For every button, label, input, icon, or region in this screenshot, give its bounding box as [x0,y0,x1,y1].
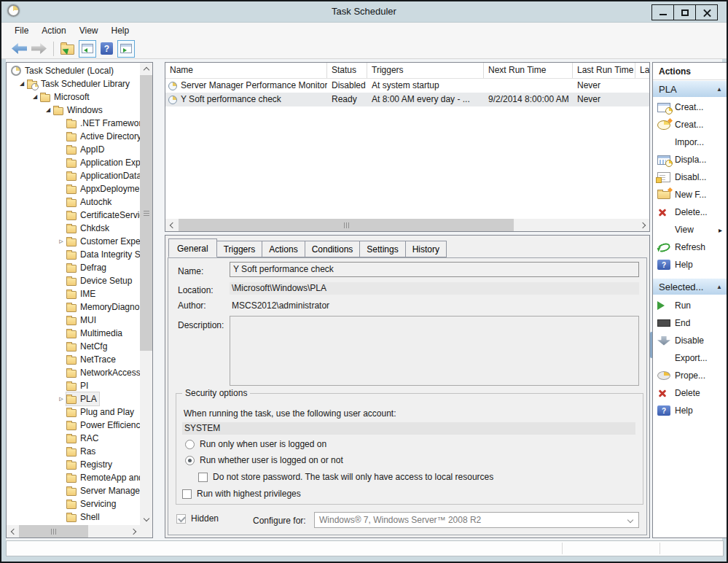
column-header-last-run-time[interactable]: Last Run Time [573,63,635,78]
radio-run-whether-logged-on-or-not[interactable] [185,456,195,465]
action-item[interactable]: Impor... ▸ [653,133,727,151]
action-item[interactable]: End ▸ [653,314,727,332]
tree-item[interactable]: NetworkAccess [7,366,140,379]
task-row[interactable]: Y Soft performance check Ready At 8:00 A… [165,93,649,106]
tree-item[interactable]: ApplicationData [7,169,140,182]
tab-actions[interactable]: Actions [262,241,305,257]
tree-item[interactable]: IME [7,287,140,300]
tree-item[interactable]: Server Manager [7,484,140,497]
description-field[interactable] [230,316,639,386]
tree-item[interactable]: PI [7,379,140,392]
expander-icon[interactable] [43,104,53,117]
action-item[interactable]: Help ▸ [653,402,727,419]
tree-item[interactable]: AppxDeployme [7,182,140,195]
action-item[interactable]: Help ▸ [653,256,727,273]
scroll-left-button[interactable] [7,525,19,537]
scroll-right-button[interactable] [128,525,140,537]
back-button[interactable] [12,43,27,54]
tree-item[interactable]: .NET Framewor [7,117,140,130]
tree-item[interactable]: RAC [7,432,140,445]
collapse-arrow-icon[interactable]: ▲ [716,86,722,93]
tree-item[interactable]: RemoteApp and [7,471,140,484]
tree-item[interactable]: PLA [7,392,140,405]
tree-item[interactable]: Autochk [7,195,140,209]
action-item[interactable]: Creat... ▸ [653,116,727,133]
section-header-pla[interactable]: PLA ▲ [653,81,727,97]
tree-item[interactable]: Multimedia [7,327,140,340]
tree-item[interactable]: AppID [7,143,140,156]
scrollbar-thumb[interactable] [19,525,88,537]
minimize-button[interactable] [651,4,674,20]
tree-item[interactable]: Shell [7,510,140,524]
action-item[interactable]: View ▸ [653,221,727,238]
checkbox-do-not-store-password[interactable] [198,473,208,482]
action-item[interactable]: Creat... ▸ [653,98,727,116]
scroll-up-button[interactable] [140,63,152,75]
configure-for-select[interactable]: Windows® 7, Windows Server™ 2008 R2 [314,512,639,528]
tree-item[interactable]: Registry [7,458,140,471]
action-item[interactable]: Run ▸ [653,297,727,314]
menu-view[interactable]: View [73,23,105,38]
tab-history[interactable]: History [405,241,447,257]
section-header-selected-item[interactable]: Selected... ▲ [653,279,727,295]
task-row[interactable]: Server Manager Performance Monitor Disab… [165,79,649,93]
tree-item[interactable]: NetTrace [7,353,140,366]
tree-item[interactable]: Servicing [7,497,140,510]
action-item[interactable]: Delete ▸ [653,384,727,402]
tree-item-windows[interactable]: Windows [7,104,140,117]
tree-item[interactable]: MUI [7,314,140,327]
scroll-left-button[interactable] [165,219,178,231]
show-console-tree-button[interactable] [60,44,74,55]
tree-item[interactable]: Device Setup [7,274,140,287]
column-header-status[interactable]: Status [327,63,367,78]
action-item[interactable]: Delete... ▸ [653,203,727,221]
tree-item[interactable]: Plug and Play [7,405,140,419]
tab-general[interactable]: General [168,238,217,257]
tree-item[interactable]: CertificateServic [7,209,140,222]
tree-item[interactable]: Application Exp [7,156,140,169]
action-item[interactable]: Displa... ▸ [653,151,727,168]
help-button[interactable]: ? [101,42,113,55]
tree-item[interactable]: Data Integrity S [7,248,140,261]
action-item[interactable]: Refresh ▸ [653,238,727,256]
tree-horizontal-scrollbar[interactable] [7,525,140,537]
scrollbar-thumb[interactable] [140,75,152,351]
tree-item[interactable]: MemoryDiagno [7,300,140,314]
column-header-last-run-result[interactable]: La [635,63,649,78]
task-list-horizontal-scrollbar[interactable] [165,219,649,231]
action-item[interactable]: Disabl... ▸ [653,168,727,186]
task-name-field[interactable]: Y Soft performance check [230,262,639,277]
action-item[interactable]: Export... ▸ [653,349,727,367]
expander-icon[interactable] [56,234,66,249]
tree-item[interactable]: Power Efficienc [7,419,140,432]
tree-item[interactable]: Customer Exper [7,235,140,248]
tree-item-root[interactable]: Task Scheduler (Local) [7,64,140,77]
column-header-next-run-time[interactable]: Next Run Time [484,63,573,78]
expander-icon[interactable] [56,392,66,406]
tree-item[interactable]: Defrag [7,261,140,274]
collapse-arrow-icon[interactable]: ▲ [716,284,722,290]
action-item[interactable]: Disable ▸ [653,332,727,349]
tab-conditions[interactable]: Conditions [305,241,361,257]
action-item[interactable]: New F... ▸ [653,186,727,203]
expander-icon[interactable] [30,90,40,104]
tab-settings[interactable]: Settings [359,241,405,257]
forward-button[interactable] [31,43,47,54]
show-hide-action-pane-toggle-button[interactable] [117,40,135,58]
tree-item[interactable]: Ras [7,445,140,458]
tree-item-library[interactable]: Task Scheduler Library [7,77,140,90]
action-item[interactable]: Prope... ▸ [653,367,727,384]
tree-item-microsoft[interactable]: Microsoft [7,90,140,104]
menu-action[interactable]: Action [35,23,72,38]
menu-file[interactable]: File [8,23,35,38]
radio-run-only-when-logged-on[interactable] [185,440,195,449]
column-header-triggers[interactable]: Triggers [367,63,484,78]
tree-item[interactable]: NetCfg [7,340,140,353]
scrollbar-thumb[interactable] [179,219,514,231]
scroll-down-button[interactable] [140,513,152,525]
checkbox-run-with-highest-privileges[interactable] [182,489,192,499]
column-header-name[interactable]: Name [165,63,327,78]
show-hide-tree-toggle-button[interactable] [79,40,96,58]
tab-triggers[interactable]: Triggers [216,241,263,257]
scroll-right-button[interactable] [637,219,649,231]
